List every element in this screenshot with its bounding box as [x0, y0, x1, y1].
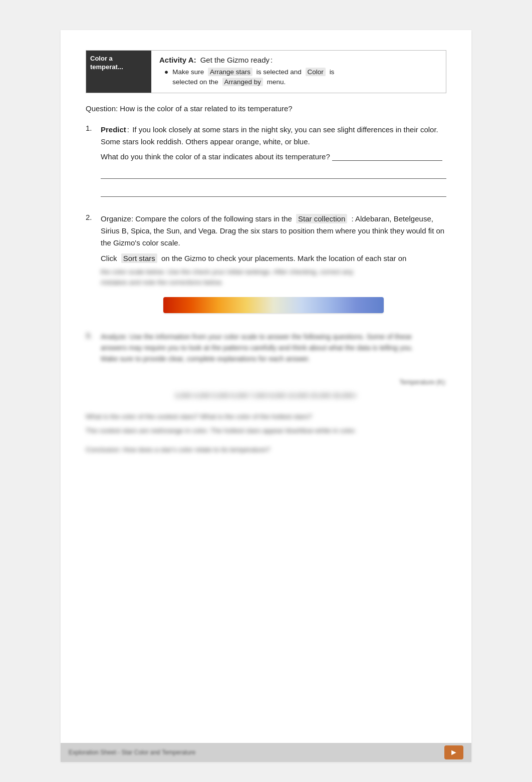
blurred-ans1: The coolest stars are red/orange in colo…	[86, 426, 446, 436]
click-sort-row: Click Sort stars on the Gizmo to check y…	[101, 254, 446, 263]
item-2: 2. Organize: Compare the colors of the f…	[86, 213, 446, 322]
temp-label: Temperature (K):	[399, 379, 446, 386]
item-1-response-lines	[101, 168, 446, 197]
response-line-2[interactable]	[101, 186, 446, 197]
bullet-is-selected: is selected and	[256, 68, 302, 76]
main-question: Question: How is the color of a star rel…	[86, 104, 446, 113]
activity-title: Get the Gizmo ready	[200, 56, 270, 64]
highlight-star-collection: Star collection	[296, 214, 347, 223]
color-scale-bar	[163, 297, 384, 313]
page-container: Color a temperat... Activity A: Get the …	[61, 30, 471, 762]
temp-scale-text: 3,000 4,000 5,000 6,000 7,000 8,000 10,0…	[175, 391, 357, 401]
item-3-number: 3.	[86, 331, 101, 370]
item-1-text: If you look closely at some stars in the…	[101, 125, 438, 146]
click-text-2: on the Gizmo to check your placements. M…	[161, 254, 406, 263]
blurred-paragraph-1: the color scale below. Use the check you…	[101, 267, 446, 288]
bullet-is: is	[330, 68, 335, 76]
activity-title-row: Activity A: Get the Gizmo ready :	[159, 56, 438, 64]
item-1-label: Predict	[101, 125, 126, 134]
item-3-section: 3. Analyze: Use the information from you…	[86, 331, 446, 455]
blurred-conclusion: Conclusion: How does a star's color rela…	[86, 444, 446, 455]
activity-label: Activity A:	[159, 56, 196, 64]
activity-box-thumbnail: Color a temperat...	[86, 51, 151, 93]
item-1-blank-text: What do you think the color of a star in…	[101, 152, 330, 161]
item-3-text: Analyze: Use the information from your c…	[101, 331, 446, 365]
item-2-content: Organize: Compare the colors of the foll…	[101, 213, 446, 322]
temp-scale-row: 3,000 4,000 5,000 6,000 7,000 8,000 10,0…	[86, 391, 446, 406]
item-2-text: Organize: Compare the colors of the foll…	[101, 213, 446, 249]
bullet-menu: menu.	[267, 78, 286, 86]
color-scale-container	[101, 297, 446, 313]
item-3-row: 3. Analyze: Use the information from you…	[86, 331, 446, 370]
item-2-number: 2.	[86, 213, 101, 322]
item-1-label-row: Predict: If you look closely at some sta…	[101, 124, 446, 148]
highlight-sort-stars: Sort stars	[121, 253, 157, 263]
highlight-color: Color	[306, 68, 326, 76]
activity-title-suffix: :	[271, 56, 273, 64]
arrow-right-icon: ►	[450, 748, 458, 757]
temp-scale-section: Temperature (K): 3,000 4,000 5,000 6,000…	[86, 379, 446, 406]
activity-box-content: Activity A: Get the Gizmo ready : ● Make…	[151, 51, 446, 93]
highlight-arranged-by: Arranged by	[222, 78, 263, 86]
footer-next-button[interactable]: ►	[444, 745, 463, 759]
blurred-q1: What is the color of the coolest stars? …	[86, 411, 446, 422]
bullet-selected-on: selected on the	[172, 78, 218, 86]
item-2-label: Organize	[101, 214, 131, 223]
activity-bullet: ● Make sure Arrange stars is selected an…	[159, 67, 438, 88]
item-3-content: Analyze: Use the information from your c…	[101, 331, 446, 370]
bullet-make-sure: Make sure	[172, 68, 204, 76]
item-2-text-p1: Compare the colors of the following star…	[135, 214, 292, 223]
response-line-1[interactable]	[101, 168, 446, 179]
bullet-text: Make sure Arrange stars is selected and …	[172, 67, 334, 88]
click-text-1: Click	[101, 254, 117, 263]
item-1: 1. Predict: If you look closely at some …	[86, 124, 446, 204]
footer-left-text: Exploration Sheet - Star Color and Tempe…	[69, 749, 195, 756]
thumbnail-label: Color a temperat...	[90, 55, 123, 72]
item-1-content: Predict: If you look closely at some sta…	[101, 124, 446, 204]
item-1-number: 1.	[86, 124, 101, 204]
footer-bar: Exploration Sheet - Star Color and Tempe…	[61, 743, 471, 762]
bullet-icon: ●	[164, 67, 168, 88]
activity-box: Color a temperat... Activity A: Get the …	[86, 50, 446, 93]
item-1-blank-question: What do you think the color of a star in…	[101, 152, 446, 161]
highlight-arrange-stars: Arrange stars	[208, 68, 252, 76]
item-1-answer-field[interactable]	[332, 152, 442, 161]
